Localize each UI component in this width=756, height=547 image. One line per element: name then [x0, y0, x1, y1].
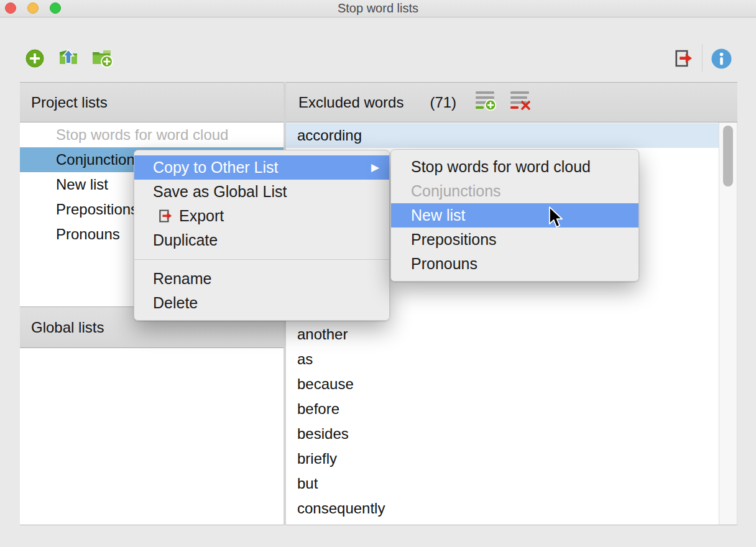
excluded-words-header: Excluded words (71) [286, 82, 737, 122]
submenu-item-new-list[interactable]: New list [391, 203, 638, 228]
menu-item-rename[interactable]: Rename [134, 267, 389, 291]
global-lists-panel [20, 348, 284, 525]
word-row-selected[interactable]: according [286, 123, 719, 148]
submenu-item-prepositions[interactable]: Prepositions [391, 228, 638, 252]
add-words-icon [475, 90, 496, 111]
menu-item-copy-to-other-list[interactable]: Copy to Other List ▶ [134, 155, 389, 180]
word-row[interactable]: briefly [286, 446, 719, 471]
cursor-arrow-icon [547, 206, 565, 229]
remove-words-button[interactable] [510, 90, 531, 114]
export-icon [157, 208, 173, 224]
word-row[interactable]: besides [286, 421, 719, 446]
export-button[interactable] [672, 47, 693, 72]
window-title: Stop word lists [0, 0, 756, 17]
menu-separator [134, 259, 389, 260]
submenu-item-pronouns[interactable]: Pronouns [391, 252, 638, 276]
remove-words-icon [510, 90, 531, 111]
new-global-list-button[interactable] [91, 48, 113, 70]
word-row[interactable]: consequently [286, 496, 719, 521]
project-lists-header: Project lists [20, 82, 284, 122]
scrollbar-track[interactable] [719, 122, 737, 525]
context-menu: Copy to Other List ▶ Save as Global List… [134, 150, 390, 321]
new-list-button[interactable] [25, 49, 44, 70]
menu-item-save-as-global-list[interactable]: Save as Global List [134, 180, 389, 204]
menu-item-delete[interactable]: Delete [134, 291, 389, 315]
word-row[interactable]: as [286, 347, 719, 372]
menu-item-duplicate[interactable]: Duplicate [134, 228, 389, 252]
mouse-cursor [547, 206, 565, 231]
project-lists-title: Project lists [31, 94, 108, 111]
menu-item-export[interactable]: Export [134, 204, 389, 228]
submenu-arrow-icon: ▶ [371, 155, 379, 180]
excluded-words-title: Excluded words [298, 94, 403, 111]
word-row[interactable]: because [286, 372, 719, 397]
info-button[interactable] [711, 48, 732, 71]
submenu-item-conjunctions[interactable]: Conjunctions [391, 179, 638, 203]
import-list-button[interactable] [58, 48, 79, 70]
word-row[interactable]: before [286, 397, 719, 421]
folder-add-icon [91, 48, 113, 68]
word-row[interactable]: but [286, 471, 719, 496]
titlebar: Stop word lists [0, 0, 756, 17]
copy-to-list-submenu: Stop words for word cloud Conjunctions N… [390, 149, 639, 282]
folder-import-icon [58, 48, 79, 68]
scrollbar-thumb[interactable] [723, 126, 733, 186]
export-icon [672, 47, 693, 70]
word-row[interactable]: another [286, 322, 719, 347]
plus-circle-icon [25, 49, 44, 68]
add-words-button[interactable] [475, 90, 496, 114]
info-icon [711, 48, 732, 69]
excluded-words-count: (71) [430, 94, 456, 111]
global-lists-title: Global lists [31, 319, 104, 336]
submenu-item-stop-words[interactable]: Stop words for word cloud [391, 155, 638, 179]
toolbar-separator [702, 44, 703, 71]
list-item[interactable]: Stop words for word cloud [20, 122, 284, 147]
